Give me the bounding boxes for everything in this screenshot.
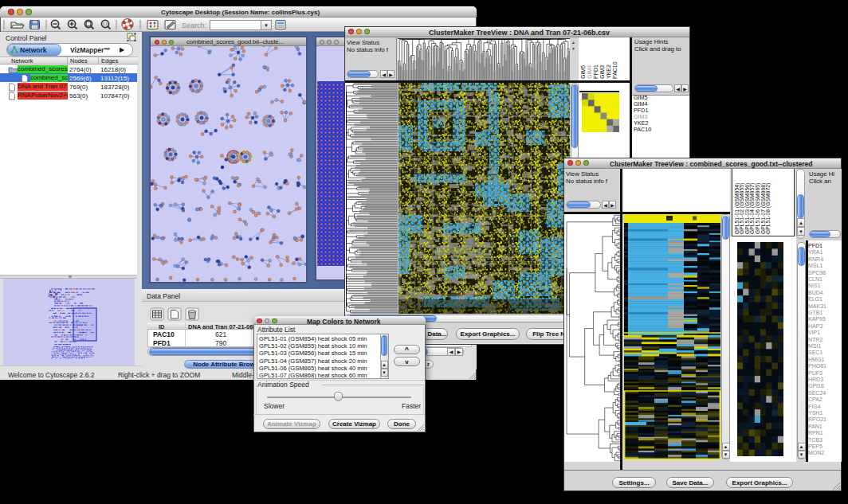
svg-text:1:1: 1:1 (103, 22, 108, 26)
